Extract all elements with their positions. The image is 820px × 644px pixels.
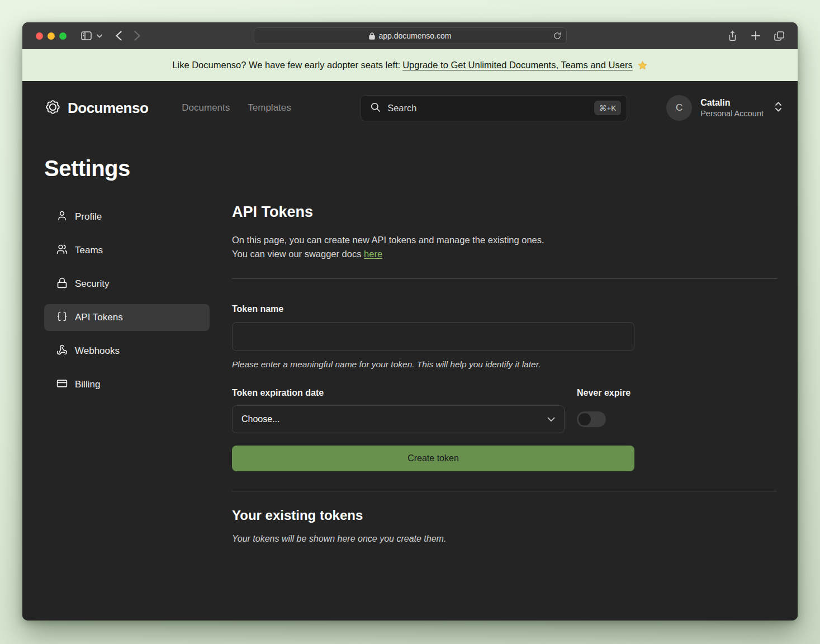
sidebar-item-label: Webhooks bbox=[75, 345, 120, 357]
nav-documents[interactable]: Documents bbox=[182, 102, 230, 113]
close-window-button[interactable] bbox=[36, 32, 43, 40]
traffic-lights bbox=[36, 32, 67, 40]
existing-tokens-heading: Your existing tokens bbox=[232, 508, 777, 523]
api-tokens-panel: API Tokens On this page, you can create … bbox=[232, 203, 777, 544]
lock-icon bbox=[369, 32, 375, 40]
upgrade-link[interactable]: Upgrade to Get Unlimited Documents, Team… bbox=[402, 60, 632, 70]
section-description-line1: On this page, you can create new API tok… bbox=[232, 233, 777, 247]
search-placeholder: Search bbox=[387, 103, 416, 113]
swagger-docs-link[interactable]: here bbox=[364, 249, 382, 259]
toggle-knob bbox=[579, 413, 591, 425]
chevron-up-down-icon bbox=[775, 102, 782, 114]
sidebar-item-label: API Tokens bbox=[75, 312, 123, 323]
never-expire-toggle[interactable] bbox=[577, 411, 606, 427]
back-button[interactable] bbox=[116, 31, 122, 41]
sidebar-toggle-icon[interactable] bbox=[81, 31, 92, 40]
account-menu[interactable]: C Catalin Personal Account bbox=[666, 95, 782, 121]
sidebar-item-billing[interactable]: Billing bbox=[44, 371, 210, 398]
sidebar-item-label: Teams bbox=[75, 245, 103, 256]
brand[interactable]: Documenso bbox=[44, 98, 148, 118]
search-input[interactable]: Search ⌘+K bbox=[361, 95, 627, 121]
avatar: C bbox=[666, 95, 692, 121]
browser-window: app.documenso.com bbox=[22, 22, 798, 621]
never-expire-label: Never expire bbox=[577, 388, 634, 398]
sidebar-item-webhooks[interactable]: Webhooks bbox=[44, 338, 210, 364]
lock-icon bbox=[56, 277, 68, 291]
chevron-down-icon bbox=[547, 417, 555, 422]
account-name: Catalin bbox=[700, 97, 764, 108]
sidebar-item-security[interactable]: Security bbox=[44, 271, 210, 297]
minimize-window-button[interactable] bbox=[48, 32, 55, 40]
users-icon bbox=[56, 244, 68, 258]
address-bar[interactable]: app.documenso.com bbox=[254, 27, 567, 44]
account-type: Personal Account bbox=[700, 108, 764, 119]
star-icon bbox=[637, 60, 648, 70]
expiration-row: Token expiration date Choose... Never ex… bbox=[232, 388, 634, 433]
token-expiration-value: Choose... bbox=[241, 414, 279, 424]
main-nav: Documents Templates bbox=[182, 102, 291, 113]
existing-tokens-empty-state: Your tokens will be shown here once you … bbox=[232, 534, 777, 544]
banner-text: Like Documenso? We have few early adopte… bbox=[172, 60, 400, 70]
create-token-form: Token name Please enter a meaningful nam… bbox=[232, 304, 634, 471]
forward-button[interactable] bbox=[134, 31, 140, 41]
divider bbox=[232, 491, 777, 491]
token-expiration-label: Token expiration date bbox=[232, 388, 565, 398]
brand-name: Documenso bbox=[68, 100, 148, 117]
share-icon[interactable] bbox=[728, 31, 737, 41]
sidebar-item-label: Security bbox=[75, 278, 109, 290]
tab-overview-icon[interactable] bbox=[774, 31, 784, 41]
app-header: Documenso Documents Templates Search ⌘+K… bbox=[22, 81, 798, 124]
nav-templates[interactable]: Templates bbox=[248, 102, 291, 113]
divider bbox=[232, 278, 777, 279]
reload-icon[interactable] bbox=[553, 32, 561, 40]
documenso-logo-icon bbox=[44, 98, 61, 118]
token-name-hint: Please enter a meaningful name for your … bbox=[232, 359, 634, 370]
promo-banner: Like Documenso? We have few early adopte… bbox=[22, 49, 798, 81]
page-title: Settings bbox=[22, 124, 798, 181]
new-tab-icon[interactable] bbox=[751, 31, 760, 40]
sidebar-item-label: Profile bbox=[75, 211, 102, 222]
section-description-line2: You can view our swagger docs here bbox=[232, 247, 777, 261]
search-shortcut-badge: ⌘+K bbox=[594, 101, 621, 115]
chevron-down-icon[interactable] bbox=[97, 34, 102, 38]
url-text: app.documenso.com bbox=[379, 31, 452, 40]
settings-sidebar: Profile Teams Security bbox=[44, 203, 210, 544]
settings-layout: Profile Teams Security bbox=[22, 181, 798, 544]
search-icon bbox=[370, 102, 381, 115]
section-heading: API Tokens bbox=[232, 203, 777, 221]
sidebar-item-teams[interactable]: Teams bbox=[44, 237, 210, 264]
create-token-button[interactable]: Create token bbox=[232, 446, 634, 471]
token-name-input[interactable] bbox=[232, 322, 634, 351]
webhook-icon bbox=[56, 344, 68, 358]
browser-toolbar: app.documenso.com bbox=[22, 22, 798, 49]
sidebar-item-profile[interactable]: Profile bbox=[44, 203, 210, 230]
credit-card-icon bbox=[56, 378, 68, 392]
sidebar-item-api-tokens[interactable]: API Tokens bbox=[44, 304, 210, 331]
sidebar-item-label: Billing bbox=[75, 379, 100, 390]
toolbar-right-actions bbox=[728, 31, 784, 41]
user-icon bbox=[56, 210, 68, 224]
zoom-window-button[interactable] bbox=[59, 32, 67, 40]
token-expiration-select[interactable]: Choose... bbox=[232, 405, 565, 433]
braces-icon bbox=[56, 311, 68, 325]
token-name-label: Token name bbox=[232, 304, 634, 314]
documenso-app: Documenso Documents Templates Search ⌘+K… bbox=[22, 81, 798, 621]
account-info: Catalin Personal Account bbox=[700, 97, 764, 119]
